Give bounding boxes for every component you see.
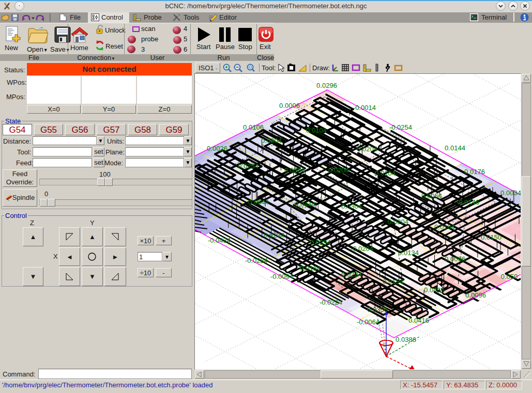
svg-text:-0.0146: -0.0146 [457, 198, 479, 206]
svg-text:0.0504: 0.0504 [284, 166, 305, 174]
svg-text:-0.0254: -0.0254 [389, 123, 412, 131]
svg-text:0.0304: 0.0304 [261, 137, 282, 145]
svg-text:0.0356: 0.0356 [367, 306, 388, 313]
svg-text:0.0164: 0.0164 [300, 264, 321, 272]
svg-text:0.0234: 0.0234 [341, 271, 362, 278]
svg-text:0.0096: 0.0096 [465, 291, 486, 299]
svg-text:0.0150: 0.0150 [481, 233, 501, 241]
svg-text:0.0204: 0.0204 [328, 166, 349, 174]
svg-text:-0.0284: -0.0284 [245, 257, 268, 264]
svg-text:0.0416: 0.0416 [424, 286, 445, 294]
svg-text:0.0304: 0.0304 [341, 202, 362, 210]
svg-text:0.0294: 0.0294 [310, 239, 331, 246]
svg-text:0.0106: 0.0106 [243, 123, 264, 131]
svg-text:0.0144: 0.0144 [445, 144, 465, 152]
svg-text:0.0296: 0.0296 [316, 82, 337, 89]
svg-text:0.0204: 0.0204 [388, 218, 408, 226]
svg-text:0.0104: 0.0104 [434, 223, 455, 231]
svg-text:0.0204: 0.0204 [357, 145, 377, 153]
svg-text:0.0444: 0.0444 [295, 200, 315, 208]
svg-text:-0.0064: -0.0064 [357, 318, 379, 326]
svg-text:0.0254: 0.0254 [238, 162, 259, 170]
svg-text:0.0154: 0.0154 [383, 278, 403, 286]
svg-text:0.0006: 0.0006 [279, 102, 300, 109]
svg-text:0.050: 0.050 [501, 273, 518, 280]
svg-text:-0.0224: -0.0224 [320, 298, 342, 306]
svg-text:-0.0434: -0.0434 [208, 237, 231, 244]
svg-text:0.0104: 0.0104 [375, 169, 396, 177]
svg-text:-0.0014: -0.0014 [353, 104, 376, 112]
svg-text:0.0176: 0.0176 [464, 168, 485, 176]
svg-text:0.0134: 0.0134 [398, 249, 419, 257]
svg-text:0.0026: 0.0026 [207, 145, 227, 152]
svg-text:0.0416: 0.0416 [408, 317, 429, 324]
svg-text:-0.0204: -0.0204 [351, 245, 373, 253]
svg-text:0.0234: 0.0234 [264, 231, 284, 239]
svg-text:0.0644: 0.0644 [248, 198, 269, 206]
svg-text:0.0054: 0.0054 [421, 192, 442, 200]
svg-text:0.0104: 0.0104 [306, 127, 327, 134]
svg-text:0.0096: 0.0096 [445, 255, 465, 263]
svg-text:0.0386: 0.0386 [396, 336, 416, 343]
svg-text:-0.0094: -0.0094 [270, 273, 293, 280]
svg-text:0.0034: 0.0034 [500, 189, 521, 197]
